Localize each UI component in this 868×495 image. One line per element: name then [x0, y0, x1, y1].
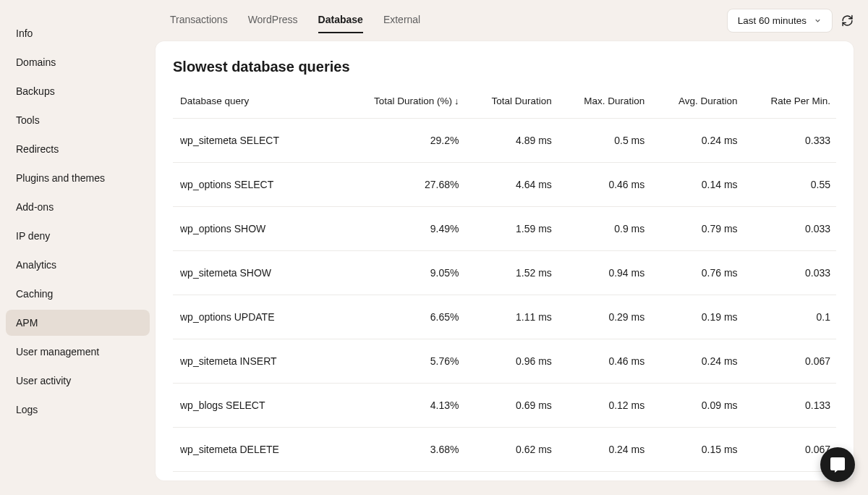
- sidebar-item-caching[interactable]: Caching: [6, 281, 150, 307]
- sidebar-item-label: Plugins and themes: [16, 172, 105, 184]
- sidebar-item-logs[interactable]: Logs: [6, 397, 150, 423]
- sidebar-item-label: Caching: [16, 288, 53, 300]
- cell-max-duration: 0.46 ms: [558, 339, 650, 384]
- cell-query: wp_sitemeta SELECT: [173, 119, 359, 163]
- time-range-label: Last 60 minutes: [738, 15, 807, 26]
- sort-arrow-icon: ↓: [454, 96, 459, 106]
- cell-total-duration: 4.89 ms: [464, 119, 557, 163]
- tab-label: WordPress: [248, 14, 298, 25]
- main-content: Transactions WordPress Database External…: [156, 0, 868, 495]
- cell-max-duration: 0.5 ms: [558, 119, 650, 163]
- queries-card: Slowest database queries Database query …: [156, 41, 854, 481]
- cell-total-duration: 1.52 ms: [464, 251, 557, 295]
- sidebar-item-label: User activity: [16, 375, 71, 386]
- sidebar-item-apm[interactable]: APM: [6, 310, 150, 336]
- sidebar-item-info[interactable]: Info: [6, 20, 150, 46]
- cell-total-pct: 9.49%: [359, 207, 465, 251]
- tab-database[interactable]: Database: [318, 9, 363, 33]
- sidebar-item-tools[interactable]: Tools: [6, 107, 150, 133]
- cell-query: wp_sitemeta DELETE: [173, 428, 359, 472]
- tab-external[interactable]: External: [383, 9, 420, 33]
- topbar: Transactions WordPress Database External…: [156, 3, 868, 41]
- sidebar-item-label: Tools: [16, 114, 40, 126]
- chevron-down-icon: [814, 17, 822, 25]
- table-wrapper[interactable]: Database query Total Duration (%)↓ Total…: [156, 88, 854, 481]
- chat-icon: [829, 456, 846, 473]
- cell-max-duration: 0.29 ms: [558, 295, 650, 339]
- cell-total-duration: 0.69 ms: [464, 384, 557, 428]
- tab-label: Transactions: [170, 14, 228, 25]
- col-header-total-duration[interactable]: Total Duration: [464, 88, 557, 119]
- sidebar-item-analytics[interactable]: Analytics: [6, 252, 150, 278]
- table-row[interactable]: wp_sitemeta DELETE3.68%0.62 ms0.24 ms0.1…: [173, 428, 836, 472]
- table-row[interactable]: wp_sitemeta SHOW9.05%1.52 ms0.94 ms0.76 …: [173, 251, 836, 295]
- col-header-query[interactable]: Database query: [173, 88, 359, 119]
- sidebar-item-label: Backups: [16, 85, 55, 97]
- cell-rate: 0.033: [744, 251, 836, 295]
- sidebar-item-label: Domains: [16, 56, 56, 68]
- cell-max-duration: 0.12 ms: [558, 384, 650, 428]
- chat-fab[interactable]: [820, 447, 855, 482]
- sidebar: Info Domains Backups Tools Redirects Plu…: [0, 0, 156, 495]
- sidebar-item-label: Redirects: [16, 143, 59, 155]
- cell-total-pct: 2.9%: [359, 472, 465, 481]
- table-row[interactable]: wp_options SHOW9.49%1.59 ms0.9 ms0.79 ms…: [173, 207, 836, 251]
- sidebar-item-user-management[interactable]: User management: [6, 339, 150, 365]
- sidebar-item-label: Logs: [16, 404, 38, 415]
- cell-total-duration: 0.49 ms: [464, 472, 557, 481]
- sidebar-item-label: Analytics: [16, 259, 56, 271]
- sidebar-item-domains[interactable]: Domains: [6, 49, 150, 75]
- cell-total-pct: 27.68%: [359, 163, 465, 207]
- col-header-total-pct[interactable]: Total Duration (%)↓: [359, 88, 465, 119]
- sidebar-item-addons[interactable]: Add-ons: [6, 194, 150, 220]
- cell-avg-duration: 0.24 ms: [650, 339, 743, 384]
- cell-total-pct: 6.65%: [359, 295, 465, 339]
- col-header-max-duration[interactable]: Max. Duration: [558, 88, 650, 119]
- tab-label: Database: [318, 14, 363, 25]
- cell-avg-duration: 0.79 ms: [650, 207, 743, 251]
- queries-table: Database query Total Duration (%)↓ Total…: [173, 88, 836, 481]
- cell-rate: 0.067: [744, 339, 836, 384]
- sidebar-item-label: Add-ons: [16, 201, 54, 213]
- cell-max-duration: 0.94 ms: [558, 251, 650, 295]
- cell-rate: 0.033: [744, 207, 836, 251]
- col-header-avg-duration[interactable]: Avg. Duration: [650, 88, 743, 119]
- col-header-rate[interactable]: Rate Per Min.: [744, 88, 836, 119]
- cell-total-duration: 1.11 ms: [464, 295, 557, 339]
- cell-total-duration: 1.59 ms: [464, 207, 557, 251]
- sidebar-item-backups[interactable]: Backups: [6, 78, 150, 104]
- tab-label: External: [383, 14, 420, 25]
- sidebar-item-label: Info: [16, 28, 33, 39]
- cell-query: wp_options INSERT: [173, 472, 359, 481]
- tab-transactions[interactable]: Transactions: [170, 9, 228, 33]
- cell-query: wp_options SELECT: [173, 163, 359, 207]
- tabs: Transactions WordPress Database External: [170, 9, 420, 33]
- sidebar-item-user-activity[interactable]: User activity: [6, 368, 150, 394]
- table-row[interactable]: wp_sitemeta SELECT29.2%4.89 ms0.5 ms0.24…: [173, 119, 836, 163]
- cell-max-duration: 0.9 ms: [558, 207, 650, 251]
- cell-query: wp_options SHOW: [173, 207, 359, 251]
- cell-query: wp_options UPDATE: [173, 295, 359, 339]
- cell-total-duration: 0.96 ms: [464, 339, 557, 384]
- cell-query: wp_sitemeta INSERT: [173, 339, 359, 384]
- table-row[interactable]: wp_options UPDATE6.65%1.11 ms0.29 ms0.19…: [173, 295, 836, 339]
- refresh-icon[interactable]: [841, 14, 854, 27]
- cell-max-duration: 0.24 ms: [558, 428, 650, 472]
- sidebar-item-ip-deny[interactable]: IP deny: [6, 223, 150, 249]
- table-row[interactable]: wp_options INSERT2.9%0.49 ms0.3 ms0.24 m…: [173, 472, 836, 481]
- cell-avg-duration: 0.14 ms: [650, 163, 743, 207]
- tab-wordpress[interactable]: WordPress: [248, 9, 298, 33]
- cell-avg-duration: 0.09 ms: [650, 384, 743, 428]
- table-row[interactable]: wp_options SELECT27.68%4.64 ms0.46 ms0.1…: [173, 163, 836, 207]
- cell-max-duration: 0.3 ms: [558, 472, 650, 481]
- cell-rate: 0.133: [744, 384, 836, 428]
- cell-max-duration: 0.46 ms: [558, 163, 650, 207]
- table-row[interactable]: wp_sitemeta INSERT5.76%0.96 ms0.46 ms0.2…: [173, 339, 836, 384]
- sidebar-item-redirects[interactable]: Redirects: [6, 136, 150, 162]
- table-row[interactable]: wp_blogs SELECT4.13%0.69 ms0.12 ms0.09 m…: [173, 384, 836, 428]
- time-range-select[interactable]: Last 60 minutes: [727, 9, 833, 33]
- cell-avg-duration: 0.24 ms: [650, 119, 743, 163]
- cell-rate: 0.333: [744, 119, 836, 163]
- sidebar-item-plugins-themes[interactable]: Plugins and themes: [6, 165, 150, 191]
- cell-total-pct: 3.68%: [359, 428, 465, 472]
